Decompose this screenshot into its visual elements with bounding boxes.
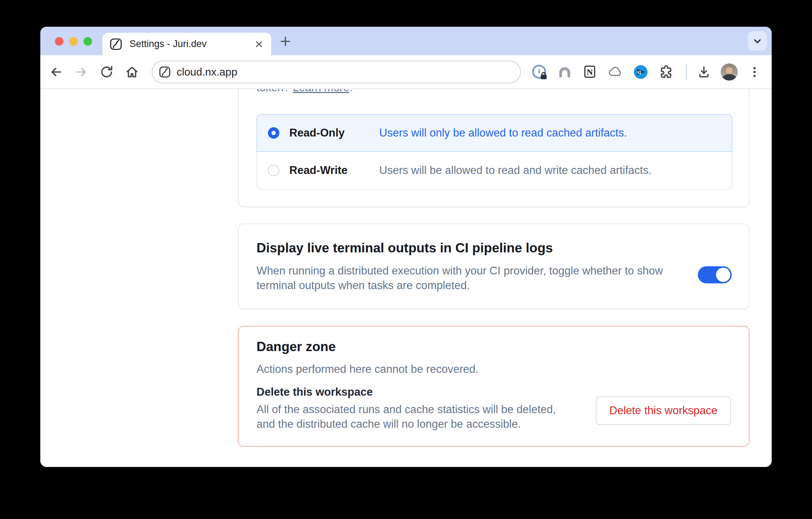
close-window-button[interactable] [55, 37, 64, 46]
minimize-window-button[interactable] [69, 37, 78, 46]
card-description: When running a distributed execution wit… [257, 263, 688, 293]
cloud-icon[interactable] [607, 63, 624, 81]
token-help-line: token? Learn more. [257, 89, 352, 94]
option-label: Read-Only [289, 127, 379, 139]
danger-zone-card: Danger zone Actions performed here canno… [238, 326, 750, 447]
option-label: Read-Write [289, 164, 379, 177]
notion-icon[interactable]: N [582, 63, 599, 81]
url-text[interactable]: cloud.nx.app [177, 66, 237, 78]
danger-zone-subtitle: Actions performed here cannot be recover… [257, 363, 478, 376]
reload-icon[interactable] [97, 62, 117, 82]
svg-text:N: N [587, 67, 593, 77]
token-help-suffix: . [349, 89, 352, 94]
option-read-write[interactable]: Read-Write Users will be allowed to read… [257, 152, 732, 190]
onepassword-icon[interactable] [531, 63, 548, 81]
browser-window: Settings - Juri.dev [40, 27, 772, 467]
address-bar[interactable]: cloud.nx.app [152, 61, 521, 83]
home-icon[interactable] [122, 62, 142, 82]
learn-more-link[interactable]: Learn more [293, 89, 350, 94]
forward-icon[interactable] [71, 62, 91, 82]
zoom-window-button[interactable] [83, 37, 92, 46]
option-description: Users will be allowed to read and write … [379, 164, 651, 177]
terminal-outputs-toggle[interactable] [698, 266, 732, 283]
extensions-area: N IQ [531, 63, 763, 81]
card-title: Display live terminal outputs in CI pipe… [257, 241, 553, 256]
radio-unselected-icon[interactable] [268, 165, 279, 176]
arc-browser-icon[interactable] [556, 63, 573, 81]
desktop-background: { "browser": { "tab": { "title": "Settin… [0, 0, 812, 519]
profile-avatar[interactable] [721, 63, 738, 81]
radio-selected-icon[interactable] [268, 127, 279, 139]
tab-search-chevron-button[interactable] [748, 31, 767, 51]
browser-tab[interactable]: Settings - Juri.dev [102, 33, 271, 55]
delete-workspace-description: All of the associated runs and cache sta… [257, 402, 570, 431]
toggle-knob [716, 268, 730, 282]
danger-zone-title: Danger zone [257, 339, 336, 354]
page-content: token? Learn more. Read-Only Users will … [40, 89, 772, 467]
site-favicon-nx-icon[interactable] [159, 66, 171, 78]
chevron-down-icon [751, 35, 764, 47]
tab-strip: Settings - Juri.dev [40, 27, 772, 55]
iq-player-icon[interactable]: IQ [632, 63, 649, 81]
svg-text:IQ: IQ [637, 70, 641, 74]
download-icon[interactable] [695, 63, 712, 81]
tab-title: Settings - Juri.dev [130, 38, 254, 50]
option-description: Users will only be allowed to read cache… [379, 127, 627, 139]
browser-toolbar: cloud.nx.app [40, 55, 772, 89]
nx-cloud-favicon [110, 38, 122, 51]
toolbar-separator [686, 64, 687, 80]
browser-menu-icon[interactable] [746, 63, 763, 81]
new-tab-button[interactable] [277, 33, 294, 50]
delete-workspace-title: Delete this workspace [257, 386, 373, 399]
tab-close-icon[interactable] [254, 39, 264, 49]
extensions-puzzle-icon[interactable] [658, 63, 675, 81]
option-read-only[interactable]: Read-Only Users will only be allowed to … [257, 114, 732, 152]
delete-workspace-button[interactable]: Delete this workspace [596, 396, 731, 425]
traffic-lights [55, 37, 92, 46]
terminal-outputs-card: Display live terminal outputs in CI pipe… [238, 223, 750, 309]
access-token-card: token? Learn more. Read-Only Users will … [238, 89, 750, 207]
token-help-prefix: token? [257, 89, 293, 94]
back-icon[interactable] [46, 62, 66, 82]
access-scope-options: Read-Only Users will only be allowed to … [257, 114, 732, 190]
